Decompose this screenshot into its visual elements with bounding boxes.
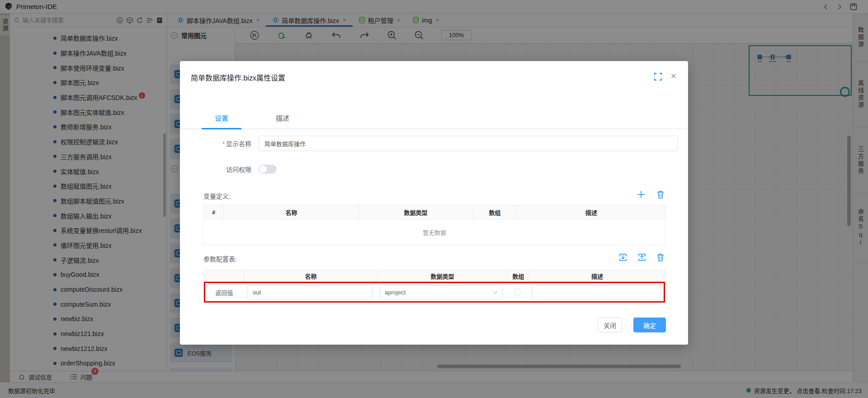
param-type-cell: 返回值 bbox=[205, 288, 243, 297]
import-params-icon[interactable] bbox=[618, 253, 627, 262]
dialog-tab[interactable]: 设置 bbox=[202, 109, 241, 128]
display-name-input[interactable] bbox=[259, 136, 678, 151]
param-array-cell bbox=[506, 289, 528, 295]
table-header-cell: 数据类型 bbox=[377, 270, 508, 282]
delete-params-icon[interactable] bbox=[656, 253, 665, 262]
param-datatype-select[interactable]: aproject bbox=[380, 285, 503, 299]
access-toggle[interactable] bbox=[259, 165, 277, 174]
access-label: 访问权限 bbox=[202, 165, 251, 174]
display-name-label: *显示名称 bbox=[202, 139, 251, 148]
params-actions bbox=[618, 253, 665, 262]
param-name-cell bbox=[243, 285, 376, 299]
dialog-tabs: 设置描述 bbox=[180, 109, 688, 129]
fullscreen-icon[interactable] bbox=[654, 73, 662, 81]
properties-dialog: 简单数据库操作.bizx属性设置 × 设置描述 *显示名称 访问权限 变量定义:… bbox=[180, 61, 688, 345]
table-header-cell: 数据类型 bbox=[359, 205, 472, 219]
param-name-input[interactable] bbox=[247, 285, 373, 299]
table-header-cell bbox=[204, 270, 245, 282]
param-datatype-cell: aproject bbox=[376, 285, 506, 299]
display-name-row: *显示名称 bbox=[202, 136, 678, 151]
params-table: 名称数据类型数组描述 返回值 aproject bbox=[203, 270, 665, 303]
variables-section-label: 变量定义: bbox=[203, 191, 231, 200]
table-header-cell: 名称 bbox=[224, 205, 359, 219]
return-value-row: 返回值 aproject bbox=[204, 282, 665, 303]
table-header-cell: # bbox=[204, 205, 224, 219]
dialog-title: 简单数据库操作.bizx属性设置 bbox=[191, 72, 285, 83]
variables-table-header: #名称数据类型数组描述 bbox=[204, 205, 665, 220]
variables-table: #名称数据类型数组描述 暂无数据 bbox=[203, 205, 665, 245]
delete-variable-icon[interactable] bbox=[656, 190, 665, 199]
export-params-icon[interactable] bbox=[637, 253, 646, 262]
param-desc-cell bbox=[528, 285, 665, 299]
dialog-footer: 关闭 确定 bbox=[598, 317, 666, 332]
chevron-down-icon bbox=[493, 291, 498, 294]
dialog-tab[interactable]: 描述 bbox=[263, 109, 302, 128]
param-desc-input[interactable] bbox=[532, 285, 661, 299]
param-datatype-value: aproject bbox=[385, 289, 406, 296]
return-value-label: 返回值 bbox=[215, 288, 233, 297]
table-header-cell: 数组 bbox=[508, 270, 529, 282]
params-table-header: 名称数据类型数组描述 bbox=[204, 270, 665, 282]
variables-empty-state: 暂无数据 bbox=[204, 220, 665, 244]
close-button[interactable]: 关闭 bbox=[598, 317, 622, 332]
param-array-checkbox[interactable] bbox=[514, 289, 520, 295]
toggle-knob bbox=[259, 166, 267, 173]
table-header-cell: 描述 bbox=[529, 270, 665, 282]
access-row: 访问权限 bbox=[202, 165, 277, 174]
ok-button[interactable]: 确定 bbox=[633, 317, 666, 332]
variables-actions bbox=[637, 190, 665, 199]
close-icon[interactable]: × bbox=[671, 71, 676, 81]
table-header-cell: 描述 bbox=[518, 205, 665, 219]
required-asterisk: * bbox=[222, 140, 225, 147]
table-header-cell: 名称 bbox=[245, 270, 377, 282]
add-variable-icon[interactable] bbox=[637, 190, 646, 199]
table-header-cell: 数组 bbox=[472, 205, 518, 219]
params-section-label: 参数配置表: bbox=[203, 254, 237, 263]
